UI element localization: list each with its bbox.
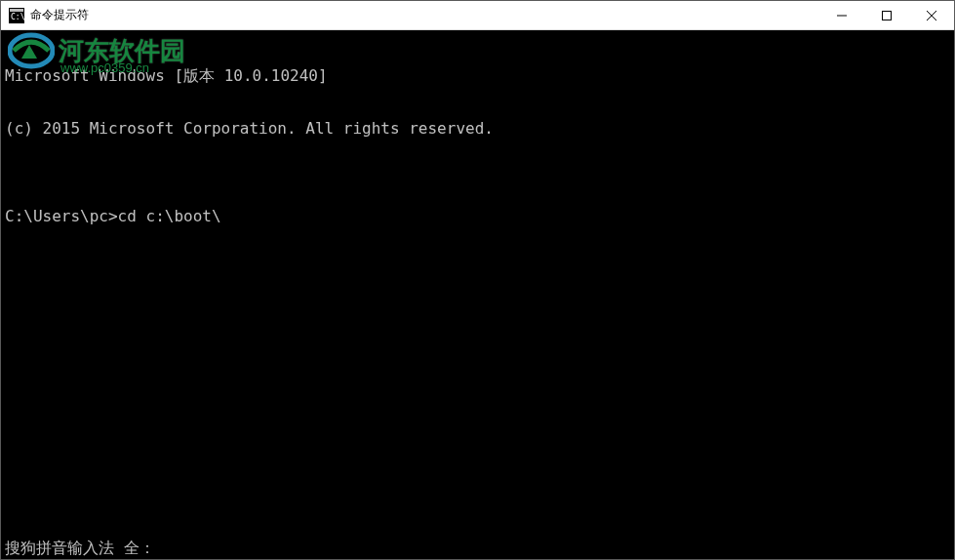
svg-text:C:\: C:\ [11,13,24,21]
command-prompt-window: C:\ 命令提示符 Microsoft Windows [版本 10.0.102… [0,0,955,560]
cursor [221,210,229,225]
svg-rect-4 [883,12,892,20]
ime-status-bar: 搜狗拼音输入法 全： [5,540,155,557]
command-input[interactable]: cd c:\boot\ [118,207,221,225]
terminal-output-line: (c) 2015 Microsoft Corporation. All righ… [5,120,950,138]
minimize-button[interactable] [819,1,864,30]
terminal-prompt-line: C:\Users\pc>cd c:\boot\ [5,208,950,225]
cmd-icon: C:\ [9,8,24,23]
titlebar-left: C:\ 命令提示符 [1,7,819,23]
window-title: 命令提示符 [30,7,89,23]
titlebar[interactable]: C:\ 命令提示符 [1,1,954,30]
terminal-area[interactable]: Microsoft Windows [版本 10.0.10240] (c) 20… [1,30,954,559]
maximize-button[interactable] [864,1,909,30]
window-controls [819,1,954,29]
svg-rect-1 [10,9,23,12]
terminal-output-line: Microsoft Windows [版本 10.0.10240] [5,67,950,85]
close-button[interactable] [909,1,954,30]
prompt: C:\Users\pc> [5,207,118,225]
